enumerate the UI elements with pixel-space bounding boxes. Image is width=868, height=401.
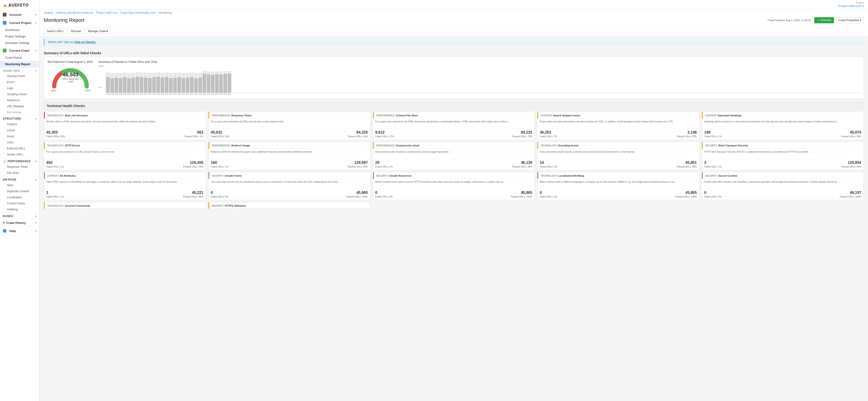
crawl-info-group[interactable]: Crawl Info ▾ [0,67,39,73]
check-card[interactable]: TECHNOLOGY: Bad Link Structure All links… [44,112,206,140]
chart-area: Summary of Passed vs. Failed URLs over T… [98,60,860,95]
sidebar-item-current-crawl[interactable]: Current Crawl ▾ [0,47,39,55]
bar-failed [115,73,118,77]
check-card-pcts: Failed URLs: 0% Passed URLs: 100% [540,195,697,198]
sidebar-item-help[interactable]: Help ▾ [0,227,39,235]
sidebar-item-account[interactable]: Account ▾ [0,11,39,19]
bottom-check-card[interactable]: SECURITY: HTTPS Utilization [208,202,370,209]
manage-crawl-button[interactable]: Manage Crawl ▾ [85,28,111,34]
finished-button[interactable]: ✓ Finished [814,17,834,23]
sidebar-item-current-project[interactable]: Current Project ▾ [0,19,39,27]
sidebar-item-scheduler-settings[interactable]: Scheduler Settings [0,40,39,46]
help-link[interactable]: help on Checks. [75,40,96,44]
sidebar-item-response-times[interactable]: Response Times [0,164,39,170]
check-card[interactable]: CONTENT: Important Headings Headings add… [702,112,864,140]
bar-group [169,70,173,93]
breadcrumb-current: Monitoring [159,11,172,14]
sidebar-item-hosts[interactable]: Hosts [0,133,39,140]
check-card[interactable]: PERFORMANCE: Compression Used All transf… [373,142,535,170]
check-card-header: TECHNOLOGY: HTTP Errors [44,142,206,149]
sidebar-item-logs[interactable]: Logs [0,85,39,91]
sidebar-item-clusters[interactable]: Clusters [0,121,39,127]
pass-number: 45,865 [685,191,697,195]
bar-failed [165,72,168,77]
sidebar-item-hints[interactable]: Hints [0,182,39,188]
breadcrumb-project[interactable]: Project tutkit.com [96,11,118,14]
check-card[interactable]: CONTENT: Alt Attributes Valid HTML requi… [44,172,206,200]
bar-failed [161,73,164,77]
project-selector[interactable]: Project tutkit.com ▾ [838,4,864,8]
check-card-pcts: Failed URLs: 1% Passed URLs: 99% [375,165,532,168]
sidebar-item-links[interactable]: Links [0,140,39,146]
info-banner: What's this? See our help on Checks. [44,39,864,45]
check-card[interactable]: SECURITY: Unsafe Forms User input data s… [208,172,370,200]
sidebar-item-localization[interactable]: Localization [0,194,39,201]
check-card[interactable]: TECHNOLOGY: Localization/Hreflang When c… [537,172,699,200]
fail-number: 0 [375,191,377,195]
sidebar-item-hreflang[interactable]: Hreflang [0,207,39,213]
sidebar-item-content-types[interactable]: Content Types [0,201,39,207]
check-card-numbers: 29 46,130 [375,161,532,165]
sidebar-item-levels[interactable]: Levels [0,127,39,133]
check-card-stats: 29 46,130 Failed URLs: 1% Passed URLs: 9… [373,159,535,170]
breadcrumb-email[interactable]: matthias.petz@nore-media.de [56,11,93,14]
sidebar-item-errors[interactable]: Errors [0,79,39,85]
bottom-check-card[interactable]: TECHNOLOGY: Incorrect Canonicals [44,202,206,209]
sidebar-item-monitoring-report[interactable]: Monitoring Report [0,61,39,67]
sidebar-item-similar-urls[interactable]: Similar URLs [0,152,39,158]
check-card[interactable]: TECHNOLOGY: HTTP Errors For a good user … [44,142,206,170]
bar-passed [131,78,135,93]
account-chevron: ▾ [35,13,36,16]
fail-pct: Failed URLs: 0% [211,195,228,198]
check-card[interactable]: PERFORMANCE: Redirect Usage Redirects wi… [208,142,370,170]
sidebar-item-url-rewrites[interactable]: URL Rewrites [0,103,39,110]
sidebar-item-crawl-report[interactable]: Crawl Report [0,55,39,61]
bar-passed [223,74,227,93]
breadcrumb-audisto[interactable]: Audisto [44,11,53,14]
chart-x-label: Mar 7 [227,93,231,95]
sidebar-item-edit-settings[interactable]: Edit Settings [0,110,39,115]
sidebar-item-robots[interactable]: Robots.txt [0,97,39,103]
fail-number: 45,303 [46,130,58,134]
check-card[interactable]: PERFORMANCE: Response Times For a good u… [208,112,370,140]
onpage-group[interactable]: On-page ▾ [0,176,39,182]
check-card[interactable]: SECURITY: Unsafe Resources Mixed Content… [373,172,535,200]
summary-card: Test Data from Crawl August 1, 2024 46,5… [44,57,864,99]
crawl-properties-button[interactable]: Crawl Properties ▾ [836,17,864,23]
bar-passed [219,74,223,93]
bar-failed [127,73,131,78]
sidebar-item-external-urls[interactable]: External URLs [0,146,39,152]
sidebar-item-scripting-issues[interactable]: Scripting Issues [0,91,39,97]
sidebar-item-project-settings[interactable]: Project Settings [0,33,39,40]
chart-x-label: Jan 17 [198,93,202,95]
bar-failed [119,73,122,78]
sidebar-item-starting-points[interactable]: Starting Points [0,73,39,79]
ranks-group[interactable]: Ranks ▾ [0,213,39,219]
performance-group[interactable]: 📈Performance ▾ [0,158,39,164]
fail-number: 0 [211,191,213,195]
sidebar-item-file-sizes[interactable]: File Sizes [0,170,39,176]
check-card-header: PERFORMANCE: Compression Used [373,142,535,149]
check-card-stats: 45,303 562 Failed URLs: 99% Passed URLs:… [44,129,206,140]
fail-number: 14 [540,161,544,165]
sidebar-item-duplicate-content[interactable]: Duplicate Content [0,188,39,194]
breadcrumb-crawl[interactable]: Crawl https://www.tutkit.com/ [120,11,156,14]
search-urls-button[interactable]: Search URLs [44,28,66,34]
fail-number: 402 [46,161,53,165]
bar-failed [227,71,231,73]
structure-group[interactable]: Structure ▾ [0,115,39,121]
check-card[interactable]: SECURITY: Strict Transport Security HTTP… [702,142,864,170]
recrawl-button[interactable]: Recrawl [68,28,84,34]
check-card[interactable]: PERFORMANCE: Content File Sizes For a go… [373,112,535,140]
chart-wrapper: 100% 0% [105,65,860,93]
check-card[interactable]: TECHNOLOGY: Encoding Issues Every docume… [537,142,699,170]
chart-x-label: Nov 15 [161,93,164,95]
bar-group [144,70,148,93]
check-card-title: SECURITY: Strict Transport Security [705,144,861,147]
check-card[interactable]: SECURITY: Secure Cookies Cookie data oft… [702,172,864,200]
check-card[interactable]: CONTENT: Search Snippet Issues Proper ti… [537,112,699,140]
check-card-numbers: 45,303 562 [46,130,204,134]
sidebar-item-crawl-history[interactable]: ⟳ Crawl History ▾ [0,219,39,227]
bar-group [182,70,185,93]
sidebar-item-dashboard[interactable]: Dashboard [0,27,39,33]
